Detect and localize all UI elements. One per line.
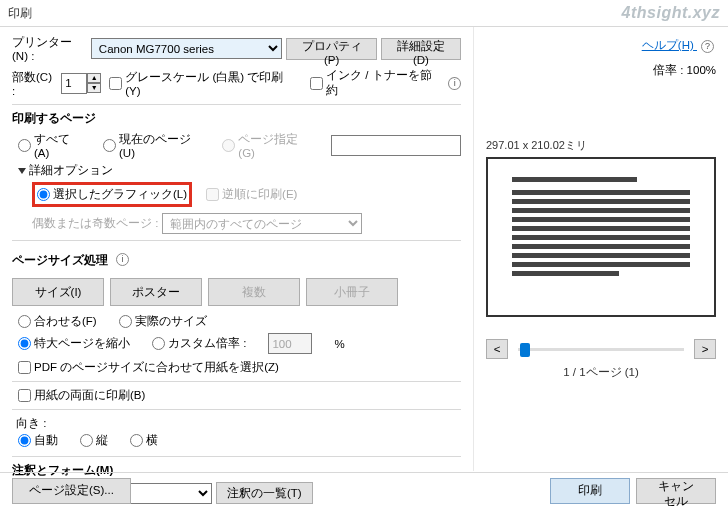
advanced-settings-button[interactable]: 詳細設定(D) xyxy=(381,38,461,60)
orientation-landscape-radio[interactable]: 横 xyxy=(130,433,158,448)
spin-up[interactable]: ▲ xyxy=(87,73,101,83)
pages-range-input[interactable] xyxy=(331,135,461,156)
help-icon: i xyxy=(116,253,129,266)
preview-slider[interactable] xyxy=(518,348,684,351)
fit-radio[interactable]: 合わせる(F) xyxy=(18,314,97,329)
tab-poster[interactable]: ポスター xyxy=(110,278,202,306)
copies-spinner[interactable]: ▲▼ xyxy=(61,73,101,94)
percent-label: % xyxy=(334,338,344,350)
custom-scale-input[interactable] xyxy=(268,333,312,354)
advanced-options-toggle[interactable]: 詳細オプション xyxy=(12,163,461,178)
actual-size-radio[interactable]: 実際のサイズ xyxy=(119,314,207,329)
ink-saver-checkbox[interactable]: インク / トナーを節約 xyxy=(310,68,440,98)
watermark: 4thsight.xyz xyxy=(622,4,720,22)
highlighted-option: 選択したグラフィック(L) xyxy=(32,182,192,207)
printer-select[interactable]: Canon MG7700 series xyxy=(91,38,283,59)
orientation-portrait-radio[interactable]: 縦 xyxy=(80,433,108,448)
chevron-down-icon xyxy=(18,168,26,174)
page-setup-button[interactable]: ページ設定(S)... xyxy=(12,478,131,504)
selected-graphic-radio[interactable]: 選択したグラフィック(L) xyxy=(37,187,187,202)
print-button[interactable]: 印刷 xyxy=(550,478,630,504)
grayscale-checkbox[interactable]: グレースケール (白黒) で印刷(Y) xyxy=(109,70,294,97)
custom-scale-radio[interactable]: カスタム倍率 : xyxy=(152,336,246,351)
orientation-auto-radio[interactable]: 自動 xyxy=(18,433,58,448)
page-indicator: 1 / 1ページ (1) xyxy=(486,365,716,380)
cancel-button[interactable]: キャンセル xyxy=(636,478,716,504)
preview-prev-button[interactable]: < xyxy=(486,339,508,359)
odd-even-select: 範囲内のすべてのページ xyxy=(162,213,362,234)
orientation-label: 向き : xyxy=(12,416,461,431)
shrink-radio[interactable]: 特大ページを縮小 xyxy=(18,336,130,351)
pages-current-radio[interactable]: 現在のページ(U) xyxy=(103,132,200,159)
sizing-section-label: ページサイズ処理 xyxy=(12,253,108,268)
scale-display: 倍率 : 100% xyxy=(486,63,716,78)
copies-input[interactable] xyxy=(61,73,87,94)
preview-next-button[interactable]: > xyxy=(694,339,716,359)
choose-paper-by-pdf-checkbox[interactable]: PDF のページサイズに合わせて用紙を選択(Z) xyxy=(18,360,461,375)
title-bar: 印刷 xyxy=(0,0,728,27)
tab-size[interactable]: サイズ(I) xyxy=(12,278,104,306)
reverse-order-checkbox[interactable]: 逆順に印刷(E) xyxy=(206,187,297,202)
dialog-title: 印刷 xyxy=(8,6,32,21)
tab-booklet[interactable]: 小冊子 xyxy=(306,278,398,306)
paper-size-label: 297.01 x 210.02ミリ xyxy=(486,138,716,153)
printer-label: プリンター(N) : xyxy=(12,35,87,62)
duplex-checkbox[interactable]: 用紙の両面に印刷(B) xyxy=(18,388,461,403)
copies-label: 部数(C) : xyxy=(12,70,57,97)
pages-section-label: 印刷するページ xyxy=(12,111,461,126)
odd-even-label: 偶数または奇数ページ : xyxy=(32,216,158,231)
properties-button[interactable]: プロパティ(P) xyxy=(286,38,376,60)
spin-down[interactable]: ▼ xyxy=(87,83,101,93)
print-preview xyxy=(486,157,716,317)
pages-all-radio[interactable]: すべて(A) xyxy=(18,132,81,159)
help-icon: i xyxy=(448,77,461,90)
pages-range-radio[interactable]: ページ指定(G) xyxy=(222,132,309,159)
tab-multiple[interactable]: 複数 xyxy=(208,278,300,306)
